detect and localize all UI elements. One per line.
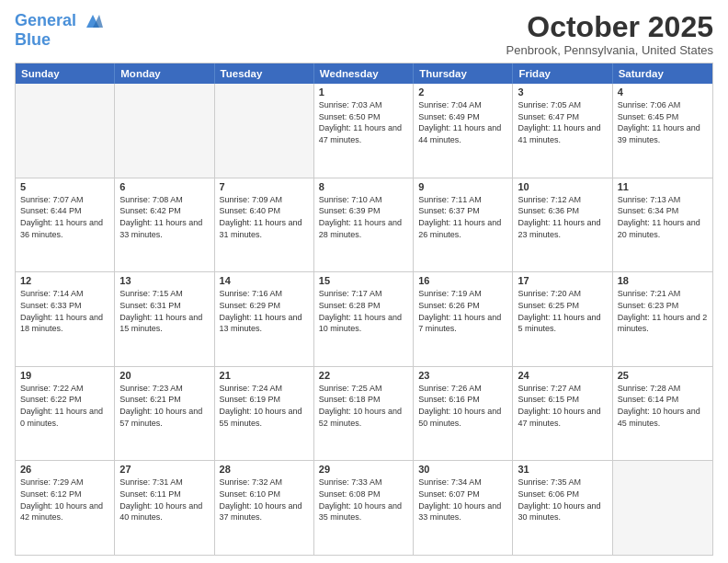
calendar-cell: 24Sunrise: 7:27 AMSunset: 6:15 PMDayligh… <box>513 367 612 461</box>
calendar-cell: 4Sunrise: 7:06 AMSunset: 6:45 PMDaylight… <box>613 84 712 178</box>
calendar-cell: 16Sunrise: 7:19 AMSunset: 6:26 PMDayligh… <box>414 272 513 366</box>
cell-info: Sunrise: 7:33 AMSunset: 6:08 PMDaylight:… <box>319 477 408 523</box>
day-header-thursday: Thursday <box>414 63 513 84</box>
day-header-friday: Friday <box>513 63 612 84</box>
calendar-cell: 30Sunrise: 7:34 AMSunset: 6:07 PMDayligh… <box>414 461 513 555</box>
calendar-row-3: 19Sunrise: 7:22 AMSunset: 6:22 PMDayligh… <box>16 366 712 461</box>
cell-info: Sunrise: 7:13 AMSunset: 6:34 PMDaylight:… <box>618 194 708 240</box>
location: Penbrook, Pennsylvania, United States <box>506 43 713 57</box>
day-header-sunday: Sunday <box>16 63 115 84</box>
calendar-cell: 1Sunrise: 7:03 AMSunset: 6:50 PMDaylight… <box>314 84 414 178</box>
cell-date: 6 <box>119 181 209 192</box>
cell-info: Sunrise: 7:15 AMSunset: 6:31 PMDaylight:… <box>119 288 209 334</box>
cell-date: 8 <box>319 181 408 192</box>
month-title: October 2025 <box>506 11 713 43</box>
title-block: October 2025 Penbrook, Pennsylvania, Uni… <box>506 11 713 57</box>
cell-date: 26 <box>20 464 109 475</box>
calendar-cell: 13Sunrise: 7:15 AMSunset: 6:31 PMDayligh… <box>115 272 214 366</box>
cell-date: 12 <box>20 275 109 286</box>
cell-info: Sunrise: 7:27 AMSunset: 6:15 PMDaylight:… <box>518 383 607 429</box>
page: General Blue October 2025 Penbrook, Penn… <box>0 0 728 563</box>
calendar-cell: 14Sunrise: 7:16 AMSunset: 6:29 PMDayligh… <box>215 272 314 366</box>
cell-info: Sunrise: 7:03 AMSunset: 6:50 PMDaylight:… <box>319 99 408 145</box>
calendar-cell: 6Sunrise: 7:08 AMSunset: 6:42 PMDaylight… <box>115 178 214 272</box>
calendar-cell: 29Sunrise: 7:33 AMSunset: 6:08 PMDayligh… <box>314 461 414 555</box>
logo-blue: Blue <box>15 31 103 50</box>
cell-date: 17 <box>518 275 607 286</box>
cell-info: Sunrise: 7:28 AMSunset: 6:14 PMDaylight:… <box>618 383 708 429</box>
calendar-cell: 27Sunrise: 7:31 AMSunset: 6:11 PMDayligh… <box>115 461 214 555</box>
cell-info: Sunrise: 7:07 AMSunset: 6:44 PMDaylight:… <box>20 194 109 240</box>
cell-info: Sunrise: 7:09 AMSunset: 6:40 PMDaylight:… <box>220 194 309 240</box>
cell-date: 11 <box>618 181 708 192</box>
calendar-cell: 11Sunrise: 7:13 AMSunset: 6:34 PMDayligh… <box>613 178 712 272</box>
cell-date: 10 <box>518 181 607 192</box>
cell-info: Sunrise: 7:16 AMSunset: 6:29 PMDaylight:… <box>220 288 309 334</box>
calendar-cell: 28Sunrise: 7:32 AMSunset: 6:10 PMDayligh… <box>215 461 314 555</box>
cell-date: 4 <box>618 86 708 98</box>
calendar-row-4: 26Sunrise: 7:29 AMSunset: 6:12 PMDayligh… <box>16 460 712 555</box>
calendar-cell: 18Sunrise: 7:21 AMSunset: 6:23 PMDayligh… <box>613 272 712 366</box>
cell-info: Sunrise: 7:26 AMSunset: 6:16 PMDaylight:… <box>418 383 507 429</box>
calendar-row-2: 12Sunrise: 7:14 AMSunset: 6:33 PMDayligh… <box>16 271 712 366</box>
cell-date: 28 <box>220 464 309 475</box>
calendar-cell: 5Sunrise: 7:07 AMSunset: 6:44 PMDaylight… <box>16 178 115 272</box>
cell-info: Sunrise: 7:11 AMSunset: 6:37 PMDaylight:… <box>418 194 507 240</box>
calendar-cell: 17Sunrise: 7:20 AMSunset: 6:25 PMDayligh… <box>513 272 612 366</box>
cell-info: Sunrise: 7:21 AMSunset: 6:23 PMDaylight:… <box>618 288 708 334</box>
cell-date: 13 <box>119 275 209 286</box>
cell-date: 18 <box>618 275 708 286</box>
calendar-cell: 19Sunrise: 7:22 AMSunset: 6:22 PMDayligh… <box>16 367 115 461</box>
cell-info: Sunrise: 7:17 AMSunset: 6:28 PMDaylight:… <box>319 288 408 334</box>
calendar-cell: 12Sunrise: 7:14 AMSunset: 6:33 PMDayligh… <box>16 272 115 366</box>
day-header-wednesday: Wednesday <box>314 63 414 84</box>
cell-info: Sunrise: 7:05 AMSunset: 6:47 PMDaylight:… <box>518 99 607 145</box>
calendar-cell <box>115 84 214 178</box>
cell-info: Sunrise: 7:19 AMSunset: 6:26 PMDaylight:… <box>418 288 507 334</box>
cell-date: 16 <box>418 275 507 286</box>
calendar-row-1: 5Sunrise: 7:07 AMSunset: 6:44 PMDaylight… <box>16 178 712 272</box>
cell-info: Sunrise: 7:04 AMSunset: 6:49 PMDaylight:… <box>418 99 507 145</box>
cell-date: 24 <box>518 370 607 381</box>
cell-info: Sunrise: 7:29 AMSunset: 6:12 PMDaylight:… <box>20 477 109 523</box>
cell-date: 27 <box>119 464 209 475</box>
calendar-cell <box>16 84 115 178</box>
cell-date: 5 <box>20 181 109 192</box>
calendar-cell: 20Sunrise: 7:23 AMSunset: 6:21 PMDayligh… <box>115 367 214 461</box>
cell-info: Sunrise: 7:25 AMSunset: 6:18 PMDaylight:… <box>319 383 408 429</box>
cell-date: 25 <box>618 370 708 381</box>
calendar-cell: 9Sunrise: 7:11 AMSunset: 6:37 PMDaylight… <box>414 178 513 272</box>
cell-info: Sunrise: 7:32 AMSunset: 6:10 PMDaylight:… <box>220 477 309 523</box>
cell-date: 7 <box>220 181 309 192</box>
calendar-header: SundayMondayTuesdayWednesdayThursdayFrid… <box>16 63 712 84</box>
logo-text: General <box>15 11 103 31</box>
cell-date: 21 <box>220 370 309 381</box>
cell-date: 23 <box>418 370 507 381</box>
calendar-cell: 3Sunrise: 7:05 AMSunset: 6:47 PMDaylight… <box>513 84 612 178</box>
cell-info: Sunrise: 7:22 AMSunset: 6:22 PMDaylight:… <box>20 383 109 429</box>
cell-info: Sunrise: 7:23 AMSunset: 6:21 PMDaylight:… <box>119 383 209 429</box>
day-header-saturday: Saturday <box>613 63 712 84</box>
cell-info: Sunrise: 7:35 AMSunset: 6:06 PMDaylight:… <box>518 477 607 523</box>
cell-info: Sunrise: 7:24 AMSunset: 6:19 PMDaylight:… <box>220 383 309 429</box>
calendar-cell: 31Sunrise: 7:35 AMSunset: 6:06 PMDayligh… <box>513 461 612 555</box>
cell-date: 29 <box>319 464 408 475</box>
cell-date: 1 <box>319 86 408 98</box>
cell-info: Sunrise: 7:34 AMSunset: 6:07 PMDaylight:… <box>418 477 507 523</box>
calendar-cell: 10Sunrise: 7:12 AMSunset: 6:36 PMDayligh… <box>513 178 612 272</box>
cell-info: Sunrise: 7:12 AMSunset: 6:36 PMDaylight:… <box>518 194 607 240</box>
cell-date: 31 <box>518 464 607 475</box>
calendar-cell: 25Sunrise: 7:28 AMSunset: 6:14 PMDayligh… <box>613 367 712 461</box>
cell-date: 22 <box>319 370 408 381</box>
calendar-cell: 2Sunrise: 7:04 AMSunset: 6:49 PMDaylight… <box>414 84 513 178</box>
cell-info: Sunrise: 7:20 AMSunset: 6:25 PMDaylight:… <box>518 288 607 334</box>
calendar-cell <box>215 84 314 178</box>
cell-info: Sunrise: 7:10 AMSunset: 6:39 PMDaylight:… <box>319 194 408 240</box>
calendar-cell: 23Sunrise: 7:26 AMSunset: 6:16 PMDayligh… <box>414 367 513 461</box>
calendar-cell: 21Sunrise: 7:24 AMSunset: 6:19 PMDayligh… <box>215 367 314 461</box>
cell-date: 20 <box>119 370 209 381</box>
cell-date: 14 <box>220 275 309 286</box>
cell-info: Sunrise: 7:08 AMSunset: 6:42 PMDaylight:… <box>119 194 209 240</box>
cell-date: 9 <box>418 181 507 192</box>
calendar-cell: 15Sunrise: 7:17 AMSunset: 6:28 PMDayligh… <box>314 272 414 366</box>
